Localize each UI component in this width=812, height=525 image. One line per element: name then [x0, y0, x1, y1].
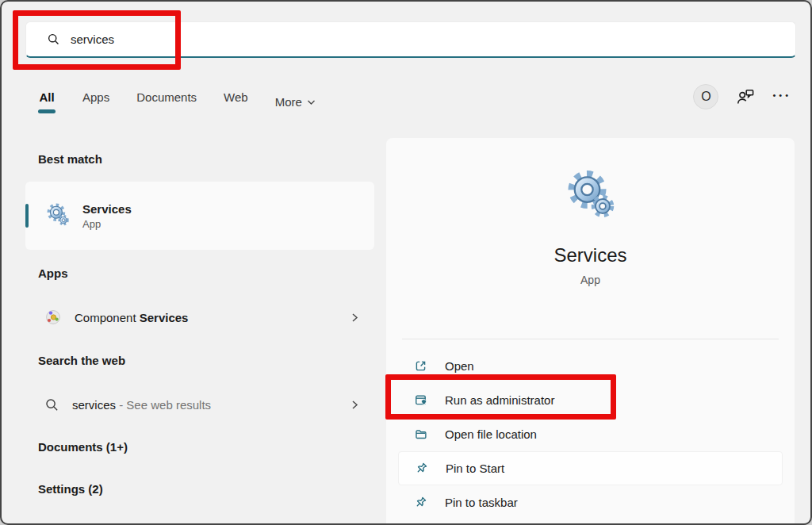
best-match-header: Best match: [38, 152, 102, 166]
open-icon: [414, 359, 427, 373]
chevron-down-icon: [307, 99, 316, 105]
pin-icon: [414, 496, 427, 509]
feedback-icon[interactable]: [736, 88, 755, 105]
folder-icon: [414, 427, 427, 441]
documents-header[interactable]: Documents (1+): [38, 440, 128, 454]
tab-more[interactable]: More: [275, 90, 316, 113]
action-open[interactable]: Open: [386, 349, 795, 383]
preview-title: Services: [553, 244, 626, 266]
active-tab-underline: [38, 109, 56, 113]
divider: [402, 339, 779, 339]
filter-tabs: All Apps Documents Web More: [38, 90, 316, 113]
search-the-web-header: Search the web: [38, 354, 125, 367]
windows-search-flyout: services All Apps Documents Web More O: [0, 0, 812, 525]
best-match-title: Services: [82, 202, 132, 216]
selection-accent-bar: [25, 204, 29, 228]
topbar-controls: O •••: [693, 84, 791, 109]
action-pin-to-taskbar[interactable]: Pin to taskbar: [386, 485, 795, 519]
services-app-icon-large: [562, 168, 619, 225]
apps-header: Apps: [38, 266, 68, 280]
search-icon: [47, 33, 60, 46]
action-list: Open Run as administrator: [386, 349, 795, 519]
search-bar[interactable]: services: [25, 21, 796, 58]
search-icon: [44, 397, 59, 412]
tab-documents[interactable]: Documents: [136, 90, 197, 113]
avatar[interactable]: O: [693, 84, 718, 109]
component-services-icon: [44, 308, 62, 326]
tab-apps[interactable]: Apps: [82, 90, 109, 113]
result-component-services[interactable]: Component Services: [25, 301, 374, 333]
result-label: services - See web results: [72, 398, 211, 412]
chevron-right-icon[interactable]: [349, 312, 360, 324]
action-pin-to-start[interactable]: Pin to Start: [398, 451, 783, 485]
pin-icon: [415, 462, 428, 475]
services-app-icon: [44, 202, 71, 229]
tab-web[interactable]: Web: [224, 90, 248, 113]
preview-subtitle: App: [580, 274, 600, 286]
more-options-icon[interactable]: •••: [772, 90, 791, 103]
tab-all[interactable]: All: [38, 90, 56, 113]
result-label: Component Services: [75, 311, 188, 324]
chevron-right-icon[interactable]: [349, 399, 360, 411]
preview-panel: Services App Open: [386, 138, 795, 525]
action-run-as-administrator[interactable]: Run as administrator: [386, 383, 795, 417]
action-open-file-location[interactable]: Open file location: [386, 417, 795, 451]
result-web-search[interactable]: services - See web results: [25, 389, 374, 420]
best-match-subtitle: App: [82, 218, 132, 230]
run-as-administrator-icon: [414, 393, 427, 407]
settings-header[interactable]: Settings (2): [38, 482, 103, 496]
search-input[interactable]: services: [71, 33, 114, 46]
best-match-result[interactable]: Services App: [25, 182, 374, 250]
